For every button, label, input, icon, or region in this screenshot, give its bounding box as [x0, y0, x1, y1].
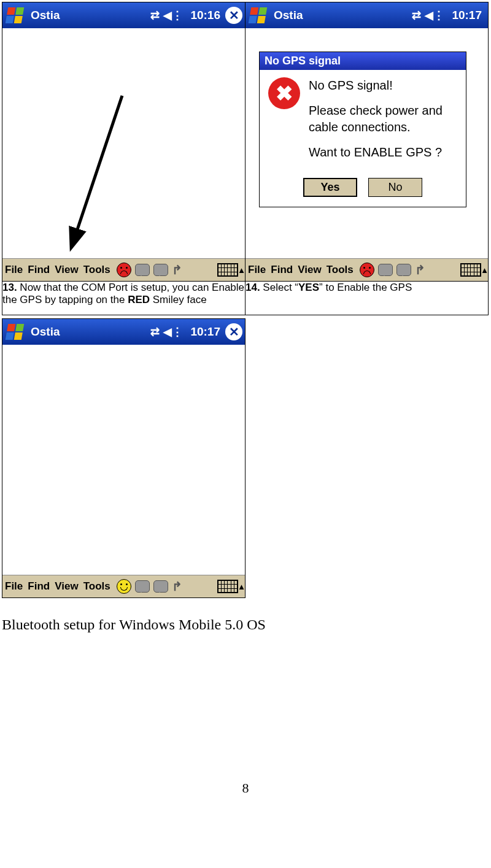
map-area[interactable]	[2, 345, 245, 575]
svg-rect-9	[7, 324, 15, 331]
volume-icon[interactable]: ◀⋮	[163, 326, 183, 337]
menu-find[interactable]: Find	[26, 580, 51, 593]
sip-keyboard-icon[interactable]	[460, 263, 481, 277]
app-title: Ostia	[31, 9, 150, 22]
sip-arrow-icon[interactable]: ▴	[239, 582, 244, 591]
pointer-arrow-icon	[67, 90, 141, 255]
menu-tools[interactable]: Tools	[325, 264, 355, 276]
sip-keyboard-icon[interactable]	[217, 263, 238, 277]
volume-icon[interactable]: ◀⋮	[425, 10, 444, 21]
sip-arrow-icon[interactable]: ▴	[482, 265, 487, 275]
sip-arrow-icon[interactable]: ▴	[239, 265, 244, 275]
gps-status-smiley-icon[interactable]	[117, 579, 131, 594]
svg-rect-6	[258, 7, 267, 15]
volume-icon[interactable]: ◀⋮	[163, 10, 183, 21]
close-icon[interactable]: ✕	[225, 323, 242, 340]
no-button[interactable]: No	[368, 178, 422, 197]
gps-status-smiley-icon[interactable]	[360, 263, 374, 277]
speech-bubble-icon[interactable]	[153, 264, 168, 276]
menu-find[interactable]: Find	[26, 264, 51, 276]
error-icon: ✖	[268, 77, 300, 109]
menu-file[interactable]: File	[247, 264, 267, 276]
speech-bubble-icon[interactable]	[135, 580, 150, 593]
app-title: Ostia	[31, 325, 150, 339]
bottom-toolbar: File Find View Tools ↱ ▴	[2, 575, 245, 597]
menu-view[interactable]: View	[53, 264, 79, 276]
svg-rect-12	[14, 332, 23, 340]
svg-rect-7	[249, 16, 257, 23]
step-14-caption: 14. Select “YES” to Enable the GPS	[246, 282, 489, 315]
dialog-message: No GPS signal! Please check power and ca…	[309, 77, 457, 169]
windows-flag-icon[interactable]	[5, 5, 27, 26]
svg-rect-1	[15, 7, 24, 15]
menu-view[interactable]: View	[53, 580, 79, 593]
clock[interactable]: 10:17	[448, 9, 485, 22]
step-13-screenshot: Ostia ⇄ ◀⋮ 10:16 ✕ File	[2, 2, 246, 282]
app-title: Ostia	[274, 9, 412, 22]
svg-rect-5	[250, 7, 258, 15]
svg-rect-8	[257, 16, 266, 23]
connectivity-icon[interactable]: ⇄	[150, 326, 160, 337]
ppc-titlebar: Ostia ⇄ ◀⋮ 10:17	[246, 2, 488, 28]
clock[interactable]: 10:16	[187, 9, 224, 22]
steps-grid: Ostia ⇄ ◀⋮ 10:16 ✕ File	[2, 2, 489, 315]
turn-arrow-icon[interactable]: ↱	[415, 264, 427, 276]
ppc-titlebar: Ostia ⇄ ◀⋮ 10:17 ✕	[2, 319, 245, 345]
svg-rect-0	[7, 7, 15, 15]
menu-view[interactable]: View	[296, 264, 322, 276]
menu-file[interactable]: File	[4, 580, 24, 593]
turn-arrow-icon[interactable]: ↱	[172, 580, 184, 593]
menu-find[interactable]: Find	[269, 264, 294, 276]
speech-bubble-icon[interactable]	[378, 264, 393, 276]
menu-tools[interactable]: Tools	[82, 264, 112, 276]
sip-keyboard-icon[interactable]	[217, 580, 238, 593]
windows-flag-icon[interactable]	[248, 5, 270, 26]
bottom-toolbar: File Find View Tools ↱ ▴	[246, 258, 488, 281]
speech-bubble-icon[interactable]	[396, 264, 411, 276]
menu-tools[interactable]: Tools	[82, 580, 112, 593]
clock[interactable]: 10:17	[187, 325, 224, 339]
yes-button[interactable]: Yes	[303, 178, 357, 197]
dialog-title: No GPS signal	[260, 52, 466, 70]
svg-rect-3	[14, 16, 23, 23]
step-15-screenshot: Ostia ⇄ ◀⋮ 10:17 ✕ File Find View Tools …	[2, 318, 246, 598]
svg-rect-11	[6, 332, 14, 340]
svg-line-4	[72, 96, 122, 246]
turn-arrow-icon[interactable]: ↱	[172, 264, 184, 276]
map-area[interactable]: No GPS signal ✖ No GPS signal! Please ch…	[246, 28, 488, 258]
bottom-toolbar: File Find View Tools ↱ ▴	[2, 258, 245, 281]
section-heading: Bluetooth setup for Windows Mobile 5.0 O…	[2, 616, 491, 633]
step-14-screenshot: Ostia ⇄ ◀⋮ 10:17 No GPS signal ✖ No GPS …	[246, 2, 489, 282]
menu-file[interactable]: File	[4, 264, 24, 276]
svg-rect-10	[15, 324, 24, 331]
connectivity-icon[interactable]: ⇄	[150, 10, 160, 21]
connectivity-icon[interactable]: ⇄	[412, 10, 421, 21]
step-13-caption: 13. Now that the COM Port is setup, you …	[2, 282, 246, 315]
svg-rect-2	[6, 16, 14, 23]
gps-status-smiley-icon[interactable]	[117, 263, 131, 277]
speech-bubble-icon[interactable]	[135, 264, 150, 276]
map-area[interactable]	[2, 28, 245, 258]
speech-bubble-icon[interactable]	[153, 580, 168, 593]
close-icon[interactable]: ✕	[225, 7, 242, 24]
windows-flag-icon[interactable]	[5, 321, 27, 342]
ppc-titlebar: Ostia ⇄ ◀⋮ 10:16 ✕	[2, 2, 245, 28]
page-number: 8	[0, 780, 491, 796]
no-gps-dialog: No GPS signal ✖ No GPS signal! Please ch…	[259, 52, 466, 207]
